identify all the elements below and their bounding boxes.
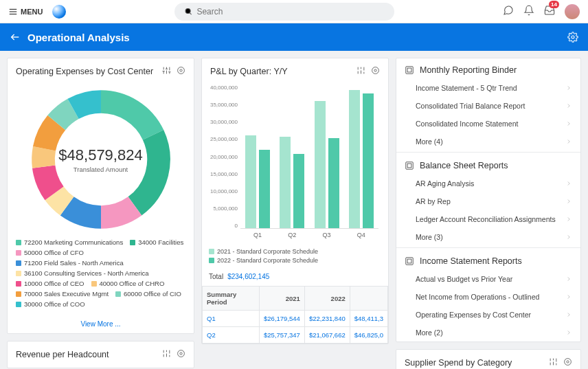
svg-rect-39 (407, 259, 411, 263)
bar[interactable] (245, 135, 256, 228)
legend-2021: 2021 - Standard Corporate Schedule (209, 248, 381, 255)
notifications-button[interactable] (523, 5, 534, 19)
list-item[interactable]: Consolidated Income Statement (396, 115, 580, 133)
svg-point-17 (178, 67, 185, 74)
section-header: Income Statement Reports (396, 249, 580, 270)
inbox-badge: 14 (549, 1, 559, 8)
chat-icon (503, 5, 514, 16)
y-axis-labels: 40,000,00035,000,00030,000,00025,000,000… (209, 85, 238, 229)
bar[interactable] (315, 101, 326, 228)
x-axis-labels: Q1Q2Q3Q4 (240, 232, 378, 243)
workday-logo[interactable] (52, 5, 66, 19)
page-title: Operational Analysis (27, 32, 561, 43)
chevron-right-icon (565, 216, 572, 223)
sliders-icon[interactable] (549, 357, 558, 366)
list-item[interactable]: Actual vs Budget vs Prior Year (396, 270, 580, 288)
legend-2022: 2022 - Standard Corporate Schedule (209, 257, 381, 264)
right-reports-card: Monthly Reporting BinderIncome Statement… (396, 58, 581, 342)
window-icon (405, 65, 414, 75)
bar[interactable] (349, 90, 360, 228)
avatar[interactable] (565, 4, 580, 19)
svg-rect-38 (406, 258, 414, 265)
window-icon (405, 161, 414, 170)
bar-group (349, 90, 374, 228)
page-header: Operational Analysis (0, 23, 588, 51)
legend-item[interactable]: 30000 Office of COO (16, 300, 85, 308)
settings-icon[interactable] (371, 66, 380, 75)
legend-item[interactable]: 40000 Office of CHRO (91, 280, 165, 287)
sliders-icon[interactable] (357, 66, 365, 75)
donut-legend: 72200 Marketing Communications34000 Faci… (8, 234, 194, 315)
bar[interactable] (328, 138, 339, 228)
legend-item[interactable]: 10000 Office of CEO (16, 280, 84, 287)
chevron-right-icon (565, 329, 572, 336)
chevron-right-icon (565, 180, 572, 187)
list-item[interactable]: Net Income from Operations - Outlined (396, 288, 580, 306)
expenses-card: Operating Expenses by Cost Center $48,57… (7, 58, 194, 334)
bar[interactable] (293, 154, 304, 228)
chevron-right-icon (565, 311, 572, 318)
bar[interactable] (259, 150, 270, 228)
list-item[interactable]: Ledger Account Reconciliation Assignment… (396, 210, 580, 228)
list-item[interactable]: More (2) (396, 324, 580, 342)
svg-rect-34 (406, 67, 414, 74)
content: Operating Expenses by Cost Center $48,57… (0, 51, 588, 369)
pnl-total: Total$234,602,145 (202, 271, 388, 286)
view-more-link[interactable]: View More ... (8, 315, 194, 333)
bell-icon (523, 5, 534, 16)
legend-item[interactable]: 71200 Field Sales - North America (16, 259, 124, 267)
list-item[interactable]: Consolidated Trial Balance Report (396, 97, 580, 115)
table-row[interactable]: Q1$26,179,544$22,231,840$48,411,3 (203, 311, 388, 327)
search-box[interactable] (174, 3, 394, 21)
bar[interactable] (363, 93, 374, 228)
menu-button[interactable]: MENU (8, 7, 43, 16)
svg-point-33 (372, 67, 379, 74)
search-icon (184, 7, 192, 16)
chevron-right-icon (565, 85, 572, 91)
donut-center-sub: Translated Amount (74, 166, 128, 173)
pnl-title: P&L by Quarter: Y/Y (210, 67, 350, 76)
inbox-button[interactable]: 14 (544, 5, 555, 19)
search-wrap (71, 3, 497, 21)
sliders-icon[interactable] (162, 66, 171, 75)
chevron-right-icon (565, 120, 572, 127)
gear-icon[interactable] (567, 32, 578, 43)
svg-point-47 (565, 359, 572, 366)
revenue-card: Revenue per Headcount (7, 341, 194, 368)
bar[interactable] (280, 137, 291, 228)
chat-button[interactable] (503, 5, 514, 19)
bar-plot (240, 87, 378, 229)
svg-point-25 (178, 350, 185, 357)
legend-item[interactable]: 72200 Marketing Communications (16, 238, 123, 246)
legend-item[interactable]: 36100 Consulting Services - North Americ… (16, 269, 149, 277)
chevron-right-icon (565, 102, 572, 109)
list-item[interactable]: More (3) (396, 228, 580, 246)
settings-icon[interactable] (177, 66, 185, 75)
list-item[interactable]: Operating Expenses by Cost Center (396, 306, 580, 324)
legend-item[interactable]: 34000 Facilities (130, 238, 183, 246)
back-icon[interactable] (10, 32, 21, 43)
list-item[interactable]: AR Aging Analysis (396, 175, 580, 192)
list-item[interactable]: Income Statement - 5 Qtr Trend (396, 79, 580, 97)
chevron-right-icon (565, 138, 572, 145)
pnl-table: Summary Period20212022 Q1$26,179,544$22,… (202, 286, 388, 344)
table-row[interactable]: Q2$25,757,347$21,067,662$46,825,0 (203, 327, 388, 344)
expenses-title: Operating Expenses by Cost Center (16, 67, 155, 76)
legend-item[interactable]: 50000 Office of CFO (16, 249, 84, 256)
list-item[interactable]: More (4) (396, 133, 580, 150)
bar-group (280, 137, 304, 228)
supplier-card: Supplier Spend by Category (396, 349, 581, 369)
sliders-icon[interactable] (162, 349, 171, 358)
legend-item[interactable]: 60000 Office of CIO (115, 290, 181, 298)
chevron-right-icon (565, 198, 572, 205)
svg-point-3 (185, 8, 190, 13)
settings-icon[interactable] (563, 357, 572, 366)
svg-rect-36 (406, 162, 414, 170)
search-input[interactable] (196, 7, 385, 16)
legend-item[interactable]: 70000 Sales Executive Mgmt (16, 290, 109, 298)
settings-icon[interactable] (177, 349, 185, 358)
list-item[interactable]: AR by Rep (396, 192, 580, 210)
section-header: Monthly Reporting Binder (396, 58, 580, 79)
svg-point-32 (374, 69, 376, 71)
bar-group (315, 101, 339, 228)
